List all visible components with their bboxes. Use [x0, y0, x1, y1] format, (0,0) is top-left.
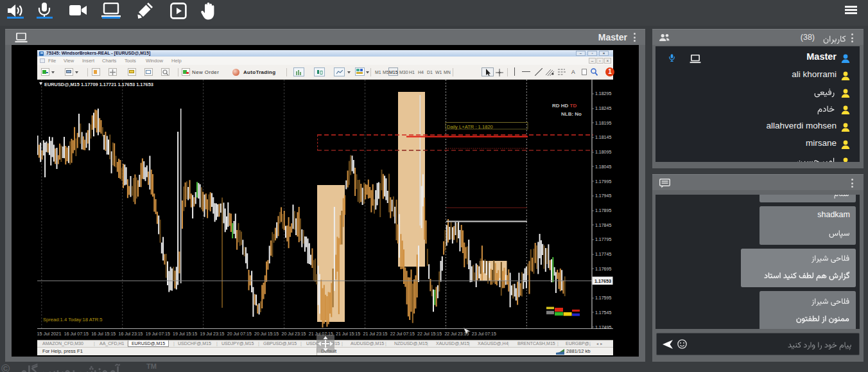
svg-text:1.17845: 1.17845	[595, 223, 611, 227]
svg-text:16 Jul 15:15: 16 Jul 15:15	[91, 332, 116, 336]
svg-text:1.17695: 1.17695	[595, 267, 611, 271]
svg-text:22 Jul 23:15: 22 Jul 23:15	[444, 332, 469, 336]
svg-text:EURUSD@,M15 1.17709 1.17721 1: EURUSD@,M15 1.17709 1.17721 1.17653 1.17…	[44, 82, 153, 87]
svg-text:19 Jul 15:15: 19 Jul 15:15	[173, 332, 197, 336]
svg-text:22 Jul 07:15: 22 Jul 07:15	[390, 332, 415, 336]
svg-text:1.18195: 1.18195	[595, 121, 611, 125]
svg-text:1.17545: 1.17545	[595, 310, 611, 315]
svg-text:21 Jul 15:15: 21 Jul 15:15	[336, 332, 360, 336]
svg-text:19 Jul 07:15: 19 Jul 07:15	[146, 332, 170, 336]
svg-text:1.17945: 1.17945	[595, 193, 611, 198]
svg-text:1.17495: 1.17495	[595, 325, 611, 330]
svg-text:23 Jul 07:15: 23 Jul 07:15	[472, 332, 496, 336]
svg-text:20 Jul 23:15: 20 Jul 23:15	[282, 332, 306, 336]
svg-text:16 Jul 07:15: 16 Jul 07:15	[64, 332, 89, 336]
svg-text:1.17995: 1.17995	[595, 179, 611, 184]
svg-text:RD HD TD: RD HD TD	[552, 103, 577, 109]
svg-text:19 Jul 23:15: 19 Jul 23:15	[200, 332, 225, 336]
svg-text:1.17795: 1.17795	[595, 237, 611, 242]
svg-text:21 Jul 23:15: 21 Jul 23:15	[363, 332, 388, 336]
svg-text:1.17653: 1.17653	[595, 278, 611, 284]
svg-text:1.18245: 1.18245	[595, 106, 611, 111]
svg-text:1.17745: 1.17745	[595, 252, 611, 256]
svg-text:22 Jul 15:15: 22 Jul 15:15	[417, 332, 442, 336]
svg-text:1.18295: 1.18295	[595, 91, 611, 96]
svg-text:20 Jul 07:15: 20 Jul 07:15	[227, 332, 252, 336]
svg-text:1.17895: 1.17895	[595, 208, 611, 213]
svg-text:20 Jul 15:15: 20 Jul 15:15	[254, 332, 279, 336]
svg-text:15 Jul 2021: 15 Jul 2021	[37, 332, 62, 336]
svg-text:1.17595: 1.17595	[595, 296, 611, 300]
svg-text:1.18145: 1.18145	[595, 135, 611, 139]
svg-text:Spread:1.4 Today:18 ATR:5: Spread:1.4 Today:18 ATR:5	[43, 317, 103, 323]
svg-text:1.18045: 1.18045	[595, 164, 611, 169]
svg-text:16 Jul 23:15: 16 Jul 23:15	[119, 332, 143, 336]
svg-text:1.18095: 1.18095	[595, 150, 611, 154]
svg-text:Daily L+ATR : 1.1820: Daily L+ATR : 1.1820	[447, 124, 493, 130]
svg-text:NLB: No: NLB: No	[561, 111, 582, 117]
